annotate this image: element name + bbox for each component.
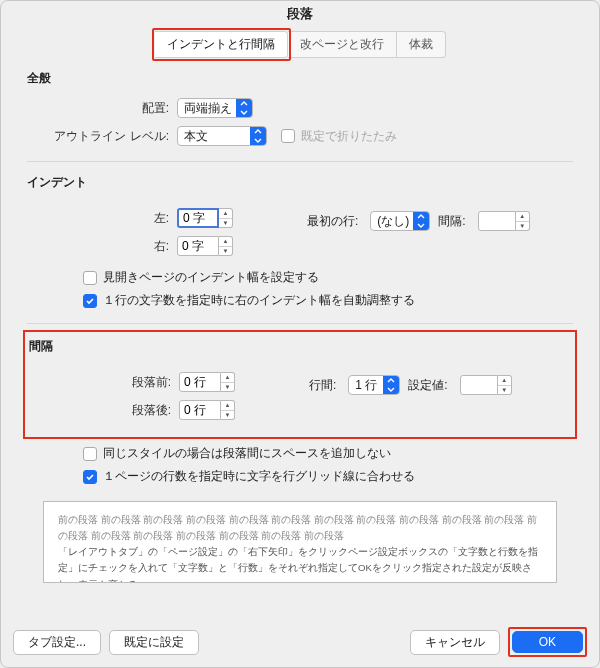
indent-left-input[interactable] (177, 208, 219, 228)
indent-right-input[interactable] (177, 236, 219, 256)
no-space-same-style-label: 同じスタイルの場合は段落間にスペースを追加しない (103, 445, 391, 462)
step-down-icon[interactable]: ▼ (516, 222, 529, 231)
indent-right-spinner[interactable]: ▲▼ (177, 236, 233, 256)
first-line-by-input[interactable] (478, 211, 516, 231)
set-default-button[interactable]: 既定に設定 (109, 630, 199, 655)
indent-left-label: 左: (27, 210, 177, 227)
tab-indents-spacing[interactable]: インデントと行間隔 (155, 31, 288, 58)
outline-level-label: アウトライン レベル: (27, 128, 177, 145)
auto-indent-checkbox[interactable] (83, 294, 97, 308)
preview-prev-text: 前の段落 前の段落 前の段落 前の段落 前の段落 前の段落 前の段落 前の段落 … (58, 512, 542, 544)
step-up-icon[interactable]: ▲ (221, 373, 234, 383)
first-line-by-label: 間隔: (438, 213, 465, 230)
chevron-updown-icon (383, 376, 399, 394)
step-down-icon[interactable]: ▼ (219, 219, 232, 228)
section-indent: インデント (27, 174, 573, 191)
indent-left-spinner[interactable]: ▲▼ (177, 208, 233, 228)
space-after-input[interactable] (179, 400, 221, 420)
preview-body-text: 「レイアウトタブ」の「ページ設定」の「右下矢印」をクリックページ設定ボックスの「… (58, 544, 542, 583)
space-after-label: 段落後: (29, 402, 179, 419)
preview-box: 前の段落 前の段落 前の段落 前の段落 前の段落 前の段落 前の段落 前の段落 … (43, 501, 557, 583)
step-down-icon[interactable]: ▼ (221, 411, 234, 420)
tab-page-breaks[interactable]: 改ページと改行 (288, 31, 397, 58)
indent-right-label: 右: (27, 238, 177, 255)
spacing-highlight-box: 間隔 段落前: ▲▼ 段落後: ▲▼ (23, 330, 577, 439)
alignment-label: 配置: (27, 100, 177, 117)
line-at-input[interactable] (460, 375, 498, 395)
step-up-icon[interactable]: ▲ (498, 376, 511, 386)
snap-grid-label: １ページの行数を指定時に文字を行グリッド線に合わせる (103, 468, 415, 485)
alignment-select[interactable]: 両端揃え (177, 98, 253, 118)
line-spacing-label: 行間: (309, 377, 336, 394)
tabs-button[interactable]: タブ設定... (13, 630, 101, 655)
dialog-title: 段落 (5, 1, 595, 31)
space-after-spinner[interactable]: ▲▼ (179, 400, 235, 420)
line-at-label: 設定値: (408, 377, 447, 394)
section-spacing: 間隔 (29, 338, 571, 355)
step-down-icon[interactable]: ▼ (219, 247, 232, 256)
paragraph-dialog: 段落 インデントと行間隔 改ページと改行 体裁 全般 配置: 両端揃え アウトラ… (0, 0, 600, 668)
step-up-icon[interactable]: ▲ (219, 237, 232, 247)
first-line-select[interactable]: (なし) (370, 211, 430, 231)
snap-grid-checkbox[interactable] (83, 470, 97, 484)
step-up-icon[interactable]: ▲ (219, 209, 232, 219)
dialog-footer: タブ設定... 既定に設定 キャンセル OK (13, 627, 587, 657)
collapse-label: 既定で折りたたみ (301, 128, 397, 145)
tab-bar: インデントと行間隔 改ページと改行 体裁 (5, 31, 595, 58)
first-line-by-spinner[interactable]: ▲▼ (478, 211, 530, 231)
ok-highlight-box: OK (508, 627, 587, 657)
space-before-spinner[interactable]: ▲▼ (179, 372, 235, 392)
step-up-icon[interactable]: ▲ (516, 212, 529, 222)
line-spacing-select[interactable]: 1 行 (348, 375, 400, 395)
space-before-input[interactable] (179, 372, 221, 392)
collapse-checkbox (281, 129, 295, 143)
line-at-spinner[interactable]: ▲▼ (460, 375, 512, 395)
chevron-updown-icon (250, 127, 266, 145)
first-line-label: 最初の行: (307, 213, 358, 230)
step-down-icon[interactable]: ▼ (221, 383, 234, 392)
ok-button[interactable]: OK (512, 631, 583, 653)
no-space-same-style-checkbox[interactable] (83, 447, 97, 461)
step-down-icon[interactable]: ▼ (498, 386, 511, 395)
chevron-updown-icon (413, 212, 429, 230)
mirror-indents-label: 見開きページのインデント幅を設定する (103, 269, 319, 286)
chevron-updown-icon (236, 99, 252, 117)
auto-indent-label: １行の文字数を指定時に右のインデント幅を自動調整する (103, 292, 415, 309)
section-general: 全般 (27, 70, 573, 87)
mirror-indents-checkbox[interactable] (83, 271, 97, 285)
tab-asian-typography[interactable]: 体裁 (397, 31, 446, 58)
cancel-button[interactable]: キャンセル (410, 630, 500, 655)
step-up-icon[interactable]: ▲ (221, 401, 234, 411)
outline-level-select[interactable]: 本文 (177, 126, 267, 146)
space-before-label: 段落前: (29, 374, 179, 391)
